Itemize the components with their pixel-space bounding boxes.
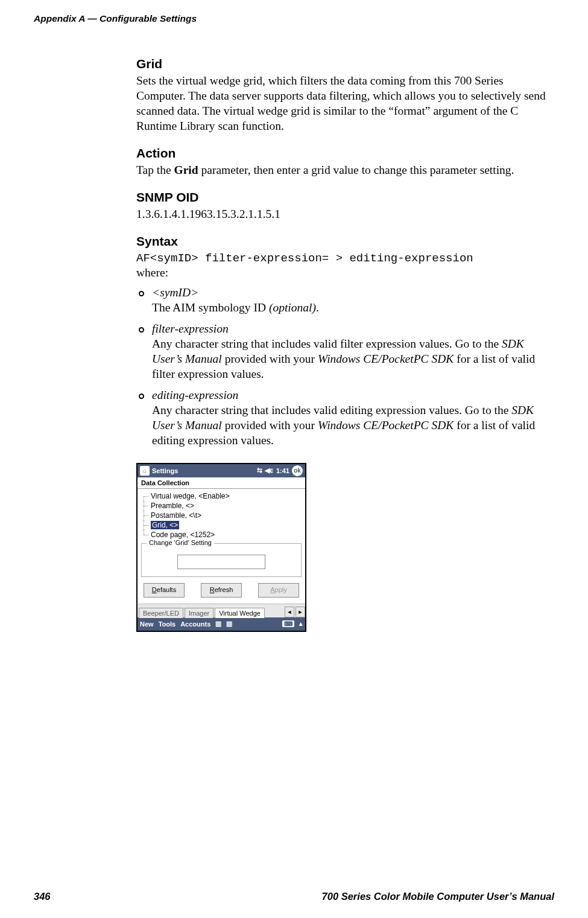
tree-row-preamble[interactable]: Preamble, <> — [144, 501, 302, 511]
heading-action: Action — [136, 146, 552, 161]
change-grid-group: Change 'Grid' Setting — [141, 543, 302, 577]
text-ital: Windows CE/PocketPC SDK — [318, 419, 454, 432]
list-item: <symID> The AIM symbology ID (optional). — [136, 285, 552, 316]
ok-button[interactable]: ok — [292, 465, 303, 476]
tab-scroll-right[interactable]: ► — [296, 607, 305, 617]
ppc-titlebar: ⌂ Settings ⇆ ◀ϵ 1:41 ok — [138, 464, 305, 477]
action-bold: Grid — [174, 164, 198, 176]
ppc-title: Settings — [152, 467, 178, 474]
menu-accounts[interactable]: Accounts — [180, 620, 210, 628]
status-icons: ⇆ ◀ϵ 1:41 ok — [257, 465, 303, 476]
btn-rest: pply — [275, 586, 287, 593]
syntax-code: AF<symID> filter-expression= > editing-e… — [136, 251, 552, 266]
connection-icon: ⇆ — [257, 467, 262, 474]
pocketpc-screenshot: ⌂ Settings ⇆ ◀ϵ 1:41 ok Data Collection … — [136, 463, 306, 632]
btn-accel: D — [152, 586, 157, 593]
up-arrow-icon[interactable]: ▴ — [299, 620, 303, 628]
tree-label: Postamble, <\t> — [151, 511, 201, 520]
running-header: Appendix A — Configurable Settings — [34, 13, 554, 24]
group-legend: Change 'Grid' Setting — [147, 539, 214, 546]
tree-label: Grid, <> — [151, 521, 179, 529]
clock-time: 1:41 — [276, 467, 289, 474]
text-ital: Windows CE/PocketPC SDK — [318, 352, 454, 365]
tree-row-codepage[interactable]: Code page, <1252> — [144, 530, 302, 540]
tree-label: Code page, <1252> — [151, 531, 215, 539]
menu-tools[interactable]: Tools — [159, 620, 176, 628]
text: Any character string that includes valid… — [152, 404, 511, 416]
toolbar-icon[interactable]: ▥ — [226, 620, 232, 628]
ppc-bottombar: New Tools Accounts ▥ ▥ ⌨ ▴ — [138, 617, 305, 631]
text-ital: (optional) — [269, 301, 316, 314]
refresh-button[interactable]: Refresh — [201, 583, 242, 598]
bullet-term: editing-expression — [152, 388, 552, 403]
page-number: 346 — [34, 891, 51, 902]
tree-label: Virtual wedge, <Enable> — [151, 492, 230, 500]
bullet-body: Any character string that includes valid… — [152, 403, 552, 448]
action-pre: Tap the — [136, 164, 174, 176]
list-item: editing-expression Any character string … — [136, 388, 552, 448]
toolbar-icon[interactable]: ▥ — [215, 620, 221, 628]
btn-rest: efaults — [157, 586, 176, 593]
heading-syntax: Syntax — [136, 234, 552, 249]
tab-scroll-left[interactable]: ◄ — [285, 607, 294, 617]
apply-button: Apply — [258, 583, 299, 598]
syntax-where: where: — [136, 266, 552, 281]
syntax-bullets: <symID> The AIM symbology ID (optional).… — [136, 285, 552, 448]
menu-new[interactable]: New — [140, 620, 154, 628]
bullet-term: filter-expression — [152, 322, 552, 337]
text: Any character string that includes valid… — [152, 337, 502, 350]
tree-row-postamble[interactable]: Postamble, <\t> — [144, 511, 302, 520]
tab-beeper-led[interactable]: Beeper/LED — [139, 608, 183, 618]
bullet-body: The AIM symbology ID (optional). — [152, 301, 552, 316]
ppc-app-title: Data Collection — [138, 477, 305, 489]
start-icon[interactable]: ⌂ — [140, 466, 150, 476]
text: provided with your — [222, 352, 318, 365]
btn-accel: A — [270, 586, 274, 593]
action-post: parameter, then enter a grid value to ch… — [198, 164, 514, 176]
text: The AIM symbology ID — [152, 301, 269, 314]
defaults-button[interactable]: Defaults — [144, 583, 185, 598]
btn-rest: efresh — [215, 586, 233, 593]
bullet-body: Any character string that includes valid… — [152, 337, 552, 382]
ppc-tabs: Beeper/LED Imager Virtual Wedge ◄ ► — [138, 604, 305, 617]
tree-label: Preamble, <> — [151, 502, 194, 510]
heading-grid: Grid — [136, 57, 552, 71]
bullet-term: <symID> — [152, 285, 552, 301]
tree-row-virtual-wedge[interactable]: Virtual wedge, <Enable> — [144, 491, 302, 501]
para-action: Tap the Grid parameter, then enter a gri… — [136, 163, 552, 178]
text: . — [316, 301, 319, 314]
para-grid: Sets the virtual wedge grid, which filte… — [136, 74, 552, 134]
settings-tree[interactable]: Virtual wedge, <Enable> Preamble, <> Pos… — [138, 489, 305, 542]
grid-value-input[interactable] — [177, 555, 265, 569]
list-item: filter-expression Any character string t… — [136, 322, 552, 382]
heading-snmp: SNMP OID — [136, 190, 552, 205]
snmp-value: 1.3.6.1.4.1.1963.15.3.2.1.1.5.1 — [136, 207, 552, 222]
speaker-icon: ◀ϵ — [265, 467, 274, 474]
btn-accel: R — [210, 586, 215, 593]
keyboard-icon[interactable]: ⌨ — [282, 620, 294, 627]
tab-imager[interactable]: Imager — [185, 608, 213, 618]
tab-virtual-wedge[interactable]: Virtual Wedge — [215, 608, 265, 618]
tree-row-grid[interactable]: Grid, <> — [144, 520, 302, 530]
footer-title: 700 Series Color Mobile Computer User’s … — [322, 891, 554, 902]
text: provided with your — [222, 419, 318, 432]
